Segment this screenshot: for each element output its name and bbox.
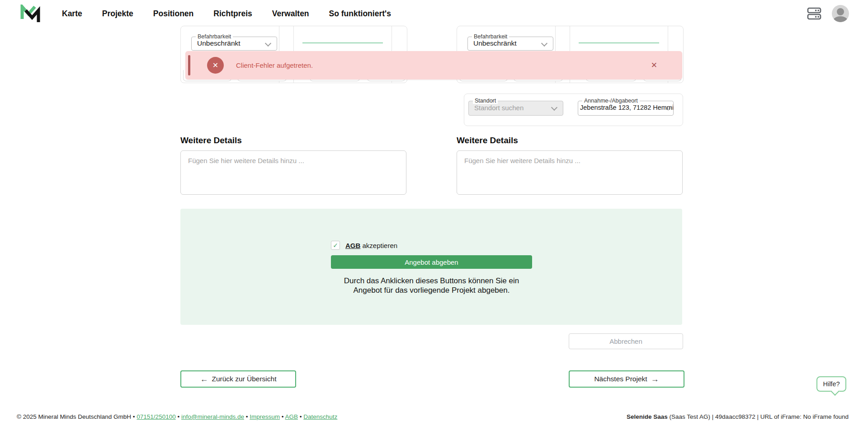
details-placeholder: Fügen Sie hier weitere Details hinzu ... xyxy=(181,151,406,170)
arrow-right-icon: → xyxy=(651,375,659,384)
alert-message: Client-Fehler aufgetreten. xyxy=(236,51,313,80)
next-project-button[interactable]: Nächstes Projekt → xyxy=(569,370,684,388)
footer-left: © 2025 Mineral Minds Deutschland GmbH • … xyxy=(17,413,337,420)
befahrbarkeit-select-left[interactable]: Befahrbarkeit Unbeschränkt xyxy=(191,37,277,51)
agb-label-rest: akzeptieren xyxy=(363,242,398,249)
nav-item-verwalten[interactable]: Verwalten xyxy=(272,9,309,19)
phone-link[interactable]: 07151/250100 xyxy=(137,413,175,420)
impressum-link[interactable]: Impressum xyxy=(250,413,280,420)
cancel-button[interactable]: Abbrechen xyxy=(569,333,683,349)
nav-item-karte[interactable]: Karte xyxy=(62,9,82,19)
app-meta: (Saas Test AG) | 49daacc98372 | URL of i… xyxy=(668,413,849,420)
offer-description: Durch das Anklicken dieses Buttons könne… xyxy=(331,276,532,295)
nav-item-projekte[interactable]: Projekte xyxy=(102,9,133,19)
nav-item-so-funktionierts[interactable]: So funktioniert's xyxy=(329,9,391,19)
offer-section: ✓ AGB akzeptieren Angebot abgeben Durch … xyxy=(180,209,682,325)
focused-input-underline[interactable] xyxy=(302,42,383,43)
footer-separator: • xyxy=(133,413,135,420)
datenschutz-link[interactable]: Datenschutz xyxy=(303,413,337,420)
befahrbarkeit-select-right[interactable]: Befahrbarkeit Unbeschränkt xyxy=(467,37,553,51)
help-label: Hilfe? xyxy=(823,380,840,388)
next-button-label: Nächstes Projekt xyxy=(594,375,647,383)
footer-separator: • xyxy=(177,413,179,420)
page: Karte Projekte Positionen Richtpreis Ver… xyxy=(0,0,868,426)
abgabeort-value: Jebenstraße 123, 71282 Hemmingen xyxy=(578,101,673,114)
focused-input-underline[interactable] xyxy=(579,42,659,43)
top-nav-bar: Karte Projekte Positionen Richtpreis Ver… xyxy=(0,0,868,27)
agb-row: ✓ AGB akzeptieren xyxy=(331,240,532,250)
befahrbarkeit-label: Befahrbarkeit xyxy=(196,33,233,40)
agb-checkbox[interactable]: ✓ xyxy=(331,241,340,250)
details-textarea-right[interactable]: Fügen Sie hier weitere Details hinzu ... xyxy=(457,150,683,195)
standort-card: Standort Standort suchen Annahme-/Abgabe… xyxy=(464,94,683,126)
close-icon[interactable]: ✕ xyxy=(651,51,657,80)
email-link[interactable]: info@mineral-minds.de xyxy=(181,413,244,420)
details-title-left: Weitere Details xyxy=(180,136,242,145)
offer-controls: ✓ AGB akzeptieren Angebot abgeben Durch … xyxy=(331,240,532,295)
mineral-minds-logo[interactable] xyxy=(20,5,41,23)
alert-accent-bar xyxy=(188,55,190,75)
server-stack-icon[interactable] xyxy=(807,6,822,21)
standort-select[interactable]: Standort Standort suchen xyxy=(468,101,563,116)
back-to-overview-button[interactable]: ← Zurück zur Übersicht xyxy=(180,370,296,388)
details-title-right: Weitere Details xyxy=(457,136,518,145)
details-placeholder: Fügen Sie hier weitere Details hinzu ... xyxy=(457,151,682,170)
nav-item-richtpreis[interactable]: Richtpreis xyxy=(213,9,252,19)
footer-separator: • xyxy=(300,413,302,420)
footer-separator: • xyxy=(282,413,284,420)
befahrbarkeit-label: Befahrbarkeit xyxy=(472,33,509,40)
agb-footer-link[interactable]: AGB xyxy=(285,413,298,420)
help-bubble-tail xyxy=(830,387,840,396)
nav-item-positionen[interactable]: Positionen xyxy=(153,9,193,19)
back-button-label: Zurück zur Übersicht xyxy=(212,375,277,383)
abgabeort-input[interactable]: Annahme-/Abgabeort Jebenstraße 123, 7128… xyxy=(578,101,674,116)
header-icons xyxy=(807,0,849,27)
arrow-left-icon: ← xyxy=(200,375,208,384)
agb-link[interactable]: AGB xyxy=(345,242,360,249)
avatar-head xyxy=(837,8,844,15)
agb-label: AGB akzeptieren xyxy=(345,242,397,249)
app-name: Selenide Saas xyxy=(627,413,668,420)
footer-right: Selenide Saas (Saas Test AG) | 49daacc98… xyxy=(627,413,849,420)
submit-offer-button[interactable]: Angebot abgeben xyxy=(331,255,532,269)
footer-separator: • xyxy=(246,413,248,420)
error-icon: ✕ xyxy=(207,57,224,74)
standort-label: Standort xyxy=(473,98,498,104)
main-nav: Karte Projekte Positionen Richtpreis Ver… xyxy=(62,0,391,27)
error-alert: ✕ Client-Fehler aufgetreten. ✕ xyxy=(185,51,682,80)
copyright-text: © 2025 Mineral Minds Deutschland GmbH xyxy=(17,413,131,420)
details-textarea-left[interactable]: Fügen Sie hier weitere Details hinzu ... xyxy=(180,150,406,195)
help-bubble[interactable]: Hilfe? xyxy=(816,376,846,392)
avatar-shoulders xyxy=(833,16,848,22)
user-avatar-icon[interactable] xyxy=(832,5,849,22)
